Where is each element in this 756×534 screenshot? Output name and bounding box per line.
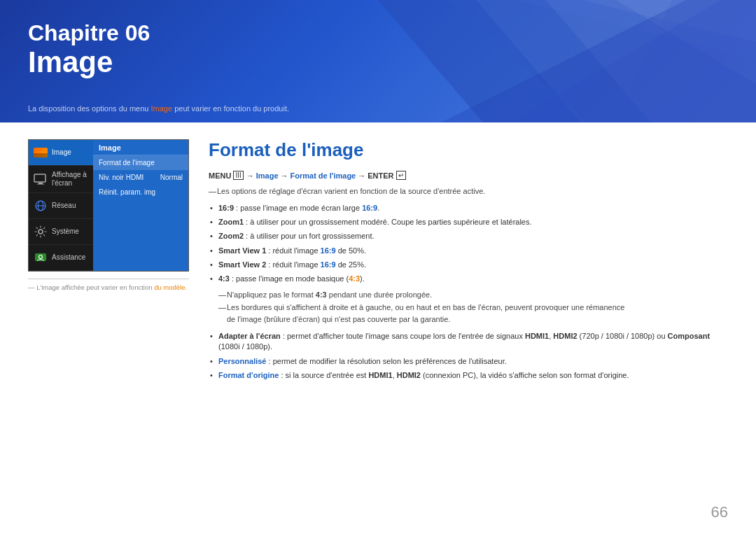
svg-rect-7 <box>34 174 46 182</box>
tv-sidebar: Image Affichage à l'écran <box>29 140 93 271</box>
panel-item-hdmi-value: Normal <box>160 174 183 181</box>
assistance-icon <box>33 250 48 265</box>
tv-panel-header: Image <box>93 140 188 155</box>
panel-item-reinit[interactable]: Réinit. param. img <box>93 185 188 199</box>
bullet-169: 16:9 : passe l'image en mode écran large… <box>209 201 728 215</box>
menu-icon: III <box>233 171 243 180</box>
long-note: Les bordures qui s'affichent à droite et… <box>218 302 728 325</box>
page-number: 66 <box>711 503 728 521</box>
sidebar-label-assistance: Assistance <box>52 253 85 262</box>
panel-item-format[interactable]: Format de l'image <box>93 155 188 170</box>
section-title: Format de l'image <box>209 139 728 161</box>
bullet-zoom2: Zoom2 : à utiliser pour un fort grossiss… <box>209 230 728 244</box>
sidebar-item-systeme[interactable]: Système <box>29 219 93 245</box>
header-decor <box>336 0 756 122</box>
svg-rect-14 <box>35 253 46 261</box>
sidebar-item-reseau[interactable]: Réseau <box>29 193 93 219</box>
extra-bullet-list: Adapter à l'écran : permet d'afficher to… <box>209 329 728 383</box>
bullet-sv1: Smart View 1 : réduit l'image 16:9 de 50… <box>209 244 728 258</box>
image-icon <box>33 145 48 160</box>
tv-note: — L'image affichée peut varier en foncti… <box>28 279 189 291</box>
reseau-icon <box>33 198 48 213</box>
panel-item-reinit-label: Réinit. param. img <box>99 188 155 196</box>
header-banner: Chapitre 06 Image La disposition des opt… <box>0 0 756 122</box>
tv-menu: Image Affichage à l'écran <box>28 139 189 387</box>
panel-item-hdmi-label: Niv. noir HDMI <box>99 174 144 181</box>
header-subtitle: La disposition des options du menu Image… <box>28 104 289 113</box>
bullet-format-origine: Format d'origine : si la source d'entrée… <box>209 369 728 383</box>
sidebar-label-reseau: Réseau <box>52 202 76 210</box>
indent-note-43: N'appliquez pas le format 4:3 pendant un… <box>218 290 728 299</box>
sidebar-label-affichage: Affichage à l'écran <box>52 171 89 188</box>
tv-menu-container: Image Affichage à l'écran <box>28 139 189 272</box>
bullet-adapter: Adapter à l'écran : permet d'afficher to… <box>209 329 728 354</box>
bullet-43: 4:3 : passe l'image en mode basique (4:3… <box>209 272 728 286</box>
main-content: Image Affichage à l'écran <box>0 122 756 401</box>
bullet-list: 16:9 : passe l'image en mode écran large… <box>209 201 728 286</box>
enter-icon: ↵ <box>396 171 406 180</box>
bullet-sv2: Smart View 2 : réduit l'image 16:9 de 25… <box>209 258 728 272</box>
panel-item-format-label: Format de l'image <box>99 159 155 167</box>
sidebar-label-systeme: Système <box>52 227 79 236</box>
info-line: Les options de réglage d'écran varient e… <box>209 187 728 195</box>
sidebar-item-image[interactable]: Image <box>29 140 93 166</box>
menu-path: MENUIII → Image → Format de l'image → EN… <box>209 171 728 180</box>
systeme-icon <box>33 224 48 239</box>
header-text: Chapitre 06 Image <box>28 20 150 79</box>
sidebar-item-affichage[interactable]: Affichage à l'écran <box>29 166 93 193</box>
chapter-label: Chapitre 06 <box>28 20 150 46</box>
svg-point-13 <box>38 230 43 234</box>
image-title: Image <box>28 46 150 78</box>
sidebar-label-image: Image <box>52 148 71 157</box>
bullet-personnalise: Personnalisé : permet de modifier la rés… <box>209 354 728 368</box>
bullet-zoom1: Zoom1 : à utiliser pour un grossissement… <box>209 215 728 229</box>
affichage-icon <box>33 171 48 187</box>
sidebar-item-assistance[interactable]: Assistance <box>29 245 93 271</box>
panel-item-hdmi[interactable]: Niv. noir HDMI Normal <box>93 170 188 185</box>
tv-main-panel: Image Format de l'image Niv. noir HDMI N… <box>93 140 188 271</box>
right-content: Format de l'image MENUIII → Image → Form… <box>209 139 728 387</box>
svg-rect-9 <box>37 184 44 185</box>
